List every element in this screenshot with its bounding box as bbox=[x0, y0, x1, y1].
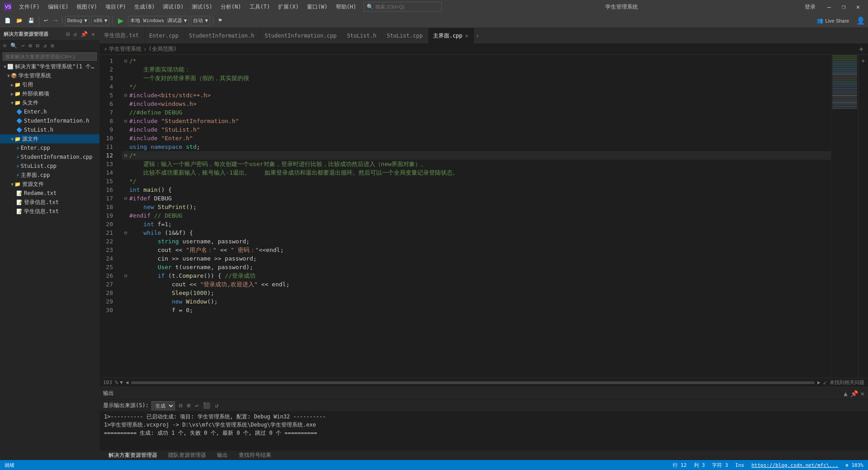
fold-icon-26[interactable]: ⊟ bbox=[122, 271, 129, 280]
refresh-icon[interactable]: ↺ bbox=[72, 30, 78, 38]
se-toolbar-icon-1[interactable]: ⊙ bbox=[2, 42, 8, 49]
tab-student-info-h[interactable]: StudentInformation.h bbox=[184, 28, 260, 43]
sidebar-item-resources[interactable]: ▼ 📁 资源文件 bbox=[0, 180, 99, 189]
sidebar-item-ext-deps[interactable]: ▶ 📁 外部依赖项 bbox=[0, 89, 99, 98]
sidebar-item-stu-list-cpp[interactable]: ⚡ StuList.cpp bbox=[0, 161, 99, 171]
sidebar-item-student-info-h[interactable]: 🔷 StudentInformation.h bbox=[0, 116, 99, 125]
output-toolbar-icon-3[interactable]: ↩ bbox=[194, 402, 200, 409]
menu-help[interactable]: 帮助(H) bbox=[332, 2, 360, 12]
menu-edit[interactable]: 编辑(E) bbox=[44, 2, 72, 12]
tab-student-info-cpp[interactable]: StudentInformation.cpp bbox=[260, 28, 342, 43]
scroll-right-icon[interactable]: ▶ bbox=[817, 380, 821, 385]
tab-student-txt[interactable]: 学生信息.txt bbox=[99, 28, 145, 43]
bottom-tab-solution-explorer[interactable]: 解决方案资源管理器 bbox=[103, 451, 163, 461]
output-source-select[interactable]: 生成 bbox=[151, 401, 175, 410]
undo-button[interactable]: ↩ bbox=[42, 16, 50, 26]
menu-file[interactable]: 文件(F) bbox=[15, 2, 43, 12]
status-row[interactable]: 行 12 bbox=[673, 462, 687, 469]
breakpoint-button[interactable]: ⚑ bbox=[216, 16, 224, 26]
run-config-dropdown[interactable]: 本地 Windows 调试器 ▼ bbox=[128, 16, 189, 26]
output-close-icon[interactable]: ✕ bbox=[861, 390, 864, 397]
minimize-button[interactable]: — bbox=[823, 2, 835, 11]
tab-scroll-right[interactable]: › bbox=[474, 28, 481, 43]
sidebar-item-main-cpp[interactable]: ⚡ 主界面.cpp bbox=[0, 171, 99, 180]
status-link[interactable]: https://blog.csdn.net/mfc\... bbox=[751, 462, 838, 468]
collapse-all-icon[interactable]: ⊟ bbox=[66, 30, 71, 38]
zoom-down-icon[interactable]: ▼ bbox=[120, 380, 123, 385]
solution-root-item[interactable]: ▼ ⬜ 解决方案"学生管理系统"(1 个项目) bbox=[0, 62, 99, 71]
se-toolbar-icon-6[interactable]: ↺ bbox=[42, 42, 48, 49]
status-ready[interactable]: 就绪 bbox=[5, 462, 14, 469]
output-toolbar-icon-2[interactable]: ⊞ bbox=[186, 402, 192, 409]
menu-analyze[interactable]: 分析(N) bbox=[217, 2, 245, 12]
status-ins[interactable]: Ins bbox=[735, 462, 744, 468]
open-button[interactable]: 📂 bbox=[14, 16, 24, 26]
output-toolbar-icon-5[interactable]: ↺ bbox=[213, 402, 220, 409]
run-config2-dropdown[interactable]: 自动 ▼ bbox=[191, 16, 210, 26]
debug-config-dropdown[interactable]: Debug ▼ bbox=[65, 16, 90, 26]
sidebar-item-readme[interactable]: 📝 Redame.txt bbox=[0, 189, 99, 198]
status-char[interactable]: 字符 3 bbox=[712, 462, 728, 469]
new-project-button[interactable]: 📄 bbox=[3, 16, 13, 26]
output-toolbar-icon-1[interactable]: ⊟ bbox=[178, 402, 184, 409]
breadcrumb-file[interactable]: 学生管理系统 bbox=[109, 45, 142, 53]
output-move-up-icon[interactable]: ▲ bbox=[844, 390, 847, 397]
maximize-button[interactable]: ❐ bbox=[837, 2, 850, 11]
close-sidebar-icon[interactable]: ✕ bbox=[90, 30, 96, 38]
platform-dropdown[interactable]: x86 ▼ bbox=[91, 16, 110, 26]
menu-extensions[interactable]: 扩展(X) bbox=[274, 2, 302, 12]
tab-enter-cpp[interactable]: Enter.cpp bbox=[145, 28, 184, 43]
tab-main-cpp[interactable]: 主界面.cpp ✕ bbox=[429, 28, 474, 43]
save-button[interactable]: 💾 bbox=[26, 16, 36, 26]
fold-icon-21[interactable]: ⊟ bbox=[122, 228, 129, 237]
status-col[interactable]: 列 3 bbox=[694, 462, 705, 469]
search-input[interactable] bbox=[375, 4, 439, 9]
login-button[interactable]: 登录 bbox=[801, 2, 819, 12]
close-button[interactable]: ✕ bbox=[852, 2, 864, 11]
menu-window[interactable]: 窗口(W) bbox=[303, 2, 331, 12]
se-toolbar-icon-7[interactable]: ⚙ bbox=[49, 42, 55, 49]
run-button[interactable]: ▶ bbox=[115, 16, 126, 25]
menu-view[interactable]: 视图(V) bbox=[73, 2, 101, 12]
live-share-button[interactable]: 👥 Live Share bbox=[813, 17, 853, 24]
sidebar-item-enter-h[interactable]: 🔷 Enter.h bbox=[0, 107, 99, 116]
status-zoom[interactable]: ⊕ 103% bbox=[845, 462, 863, 468]
breadcrumb-scope[interactable]: (全局范围) bbox=[148, 45, 176, 53]
sidebar-item-student-info-cpp[interactable]: ⚡ StudentInformation.cpp bbox=[0, 152, 99, 161]
scroll-left-icon[interactable]: ◀ bbox=[126, 380, 129, 385]
sidebar-item-headers[interactable]: ▼ 📁 头文件 bbox=[0, 98, 99, 107]
solution-search-input[interactable] bbox=[3, 52, 97, 61]
menu-debug[interactable]: 调试(D) bbox=[159, 2, 187, 12]
fold-icon-12[interactable]: ⊟ bbox=[122, 151, 129, 160]
scroll-bar-area[interactable] bbox=[131, 381, 815, 384]
person-icon[interactable]: 👤 bbox=[856, 16, 865, 25]
bottom-tab-find-results[interactable]: 查找符号结果 bbox=[233, 451, 277, 461]
redo-button[interactable]: ↪ bbox=[52, 16, 59, 26]
menu-tools[interactable]: 工具(T) bbox=[246, 2, 274, 12]
sidebar-item-refs[interactable]: ▶ 📁 引用 bbox=[0, 80, 99, 89]
close-tab-button[interactable]: ✕ bbox=[465, 33, 468, 39]
se-toolbar-icon-4[interactable]: ⊞ bbox=[27, 42, 33, 49]
code-content[interactable]: ⊟ /* 主界面实现功能： 一个友好的登录界面（假的，其实挺的很 */ bbox=[118, 55, 831, 378]
fold-icon-1[interactable]: ⊟ bbox=[122, 57, 129, 65]
breadcrumb-expand-icon[interactable]: + bbox=[859, 45, 863, 53]
output-pin-icon[interactable]: 📌 bbox=[850, 390, 858, 397]
bottom-tab-team-explorer[interactable]: 团队资源管理器 bbox=[163, 451, 212, 461]
sidebar-item-login[interactable]: 📝 登录信息.txt bbox=[0, 198, 99, 207]
zoom-in-icon[interactable]: + bbox=[859, 57, 868, 65]
menu-project[interactable]: 项目(P) bbox=[102, 2, 130, 12]
se-toolbar-icon-2[interactable]: 🔍 bbox=[9, 42, 19, 49]
sidebar-item-student-txt[interactable]: 📝 学生信息.txt bbox=[0, 207, 99, 216]
menu-build[interactable]: 生成(B) bbox=[131, 2, 159, 12]
fold-icon-8[interactable]: ⊟ bbox=[122, 117, 129, 125]
fold-icon-5[interactable]: ⊟ bbox=[122, 91, 129, 100]
se-toolbar-icon-3[interactable]: ↩ bbox=[20, 42, 26, 49]
fold-icon-17[interactable]: ⊟ bbox=[122, 194, 129, 203]
sidebar-item-sources[interactable]: ▼ 📁 源文件 bbox=[0, 134, 99, 143]
output-toolbar-icon-4[interactable]: ⬛ bbox=[202, 402, 212, 409]
bottom-tab-output[interactable]: 输出 bbox=[212, 451, 233, 461]
sidebar-item-stu-list-h[interactable]: 🔷 StuList.h bbox=[0, 125, 99, 134]
tab-stu-list-h[interactable]: StuList.h bbox=[342, 28, 382, 43]
sidebar-item-enter-cpp[interactable]: ⚡ Enter.cpp bbox=[0, 143, 99, 152]
project-item[interactable]: ▼ 📦 学生管理系统 bbox=[0, 71, 99, 80]
